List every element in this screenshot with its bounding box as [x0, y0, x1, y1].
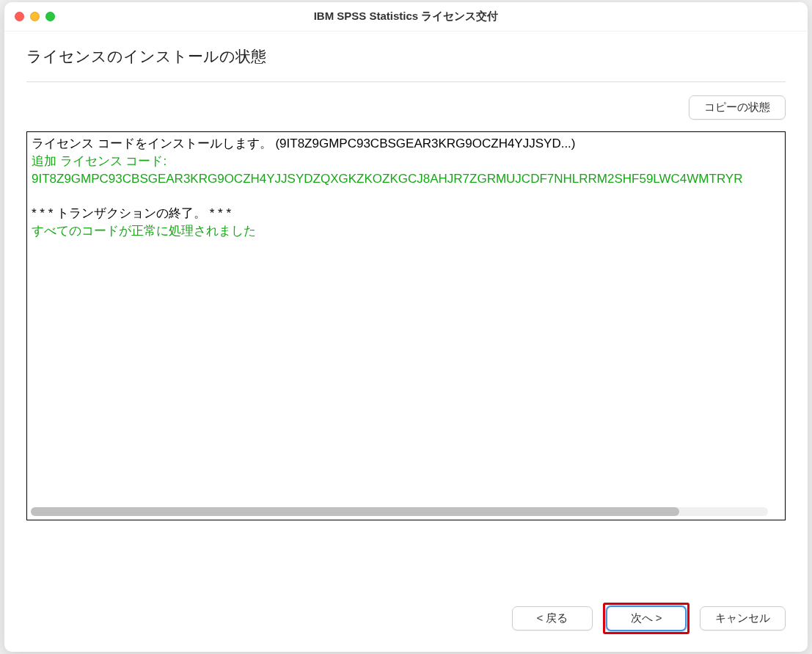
log-line-addcode-label: 追加 ライセンス コード: [32, 153, 780, 170]
wizard-footer: < 戻る 次へ > キャンセル [4, 588, 808, 652]
copy-status-button[interactable]: コピーの状態 [689, 95, 786, 120]
close-icon[interactable] [15, 12, 24, 21]
divider [26, 81, 786, 82]
log-content: ライセンス コードをインストールします。 (9IT8Z9GMPC93CBSGEA… [32, 135, 780, 255]
scrollbar-thumb[interactable] [31, 507, 679, 516]
horizontal-scrollbar[interactable] [31, 507, 768, 516]
log-line-license-code: 9IT8Z9GMPC93CBSGEAR3KRG9OCZH4YJJSYDZQXGK… [32, 170, 780, 188]
window-controls [15, 12, 55, 21]
license-wizard-window: IBM SPSS Statistics ライセンス交付 ライセンスのインストール… [4, 2, 808, 652]
content-area: ライセンスのインストールの状態 コピーの状態 ライセンス コードをインストールし… [4, 32, 808, 588]
back-button[interactable]: < 戻る [512, 606, 593, 631]
next-button[interactable]: 次へ > [606, 606, 687, 631]
copy-button-row: コピーの状態 [26, 95, 786, 120]
window-title: IBM SPSS Statistics ライセンス交付 [16, 10, 796, 23]
log-line-install: ライセンス コードをインストールします。 (9IT8Z9GMPC93CBSGEA… [32, 135, 780, 153]
titlebar: IBM SPSS Statistics ライセンス交付 [4, 2, 808, 32]
log-line-success: すべてのコードが正常に処理されました [32, 222, 780, 240]
page-heading: ライセンスのインストールの状態 [26, 46, 786, 67]
cancel-button[interactable]: キャンセル [700, 606, 786, 631]
minimize-icon[interactable] [30, 12, 40, 21]
license-log-box[interactable]: ライセンス コードをインストールします。 (9IT8Z9GMPC93CBSGEA… [26, 131, 786, 520]
log-line-transaction-end: * * * トランザクションの終了。 * * * [32, 205, 780, 222]
next-button-highlight: 次へ > [603, 603, 690, 634]
maximize-icon[interactable] [45, 12, 55, 21]
log-line-blank [32, 187, 780, 205]
